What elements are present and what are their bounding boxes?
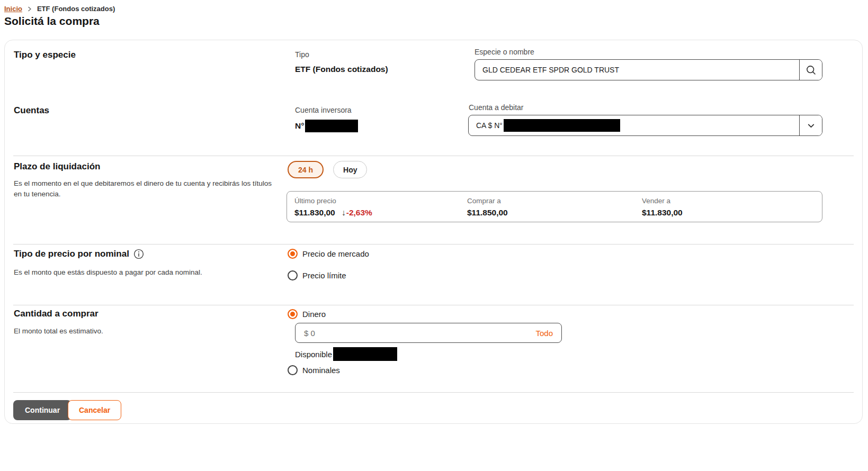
cancelar-button[interactable]: Cancelar xyxy=(68,400,121,420)
radio-selected-icon xyxy=(288,309,298,319)
section-heading-plazo: Plazo de liquidación xyxy=(14,161,100,172)
cuenta-inversora-prefix: N° xyxy=(295,121,304,131)
amount-input[interactable] xyxy=(303,328,531,338)
todo-link[interactable]: Todo xyxy=(535,329,553,338)
tipo-precio-heading-text: Tipo de precio por nominal xyxy=(14,249,129,259)
sell-price-column: Vender a $11.830,00 xyxy=(642,197,683,218)
price-change-percent: -2,63% xyxy=(346,208,372,218)
radio-unselected-icon xyxy=(288,270,298,280)
cuenta-debitar-label: Cuenta a debitar xyxy=(469,103,524,112)
especie-search-group xyxy=(475,59,822,80)
redacted-disponible-amount xyxy=(333,347,397,361)
disponible-label: Disponible xyxy=(295,350,332,359)
breadcrumb-current: ETF (Fondos cotizados) xyxy=(37,5,115,13)
last-price-amount: $11.830,00 xyxy=(294,208,335,218)
cuenta-inversora-label: Cuenta inversora xyxy=(295,106,352,114)
tipo-label: Tipo xyxy=(295,50,309,59)
radio-selected-icon xyxy=(288,249,298,259)
info-icon[interactable] xyxy=(133,249,144,259)
settlement-chip-24h[interactable]: 24 h xyxy=(288,161,324,178)
section-heading-cuentas: Cuentas xyxy=(14,105,49,116)
settlement-chip-hoy[interactable]: Hoy xyxy=(333,161,367,178)
section-divider xyxy=(13,156,854,156)
radio-dinero[interactable]: Dinero xyxy=(288,309,326,319)
plazo-description: Es el momento en el que debitaremos el d… xyxy=(14,178,281,200)
radio-precio-mercado-label: Precio de mercado xyxy=(302,249,369,258)
cuenta-debitar-dropdown-button[interactable] xyxy=(799,115,822,135)
sell-price-value: $11.830,00 xyxy=(642,208,683,218)
cuenta-debitar-select[interactable]: CA $ N° xyxy=(468,115,822,136)
section-heading-tipo-especie: Tipo y especie xyxy=(14,50,76,60)
radio-unselected-icon xyxy=(288,365,298,375)
breadcrumb-link-inicio[interactable]: Inicio xyxy=(4,5,22,13)
radio-precio-limite[interactable]: Precio límite xyxy=(288,270,346,280)
buy-price-column: Comprar a $11.850,00 xyxy=(467,197,508,218)
radio-nominales[interactable]: Nominales xyxy=(288,365,340,375)
last-price-column: Último precio $11.830,00 ↓ -2,63% xyxy=(294,197,372,218)
cuenta-inversora-value: N° xyxy=(295,120,358,132)
breadcrumb-chevron-icon xyxy=(26,6,33,12)
buy-price-label: Comprar a xyxy=(467,197,508,205)
section-divider xyxy=(13,244,854,244)
buy-price-value: $11.850,00 xyxy=(467,208,508,218)
cantidad-description: El monto total es estimativo. xyxy=(14,326,103,337)
search-button[interactable] xyxy=(799,60,822,80)
last-price-value: $11.830,00 ↓ -2,63% xyxy=(294,208,372,218)
tipo-precio-description: Es el monto que estás dispuesto a pagar … xyxy=(14,267,202,278)
cuenta-debitar-selected-value: CA $ N° xyxy=(469,115,799,135)
especie-search-input[interactable] xyxy=(475,60,799,80)
amount-input-group: Todo xyxy=(295,323,562,343)
sell-price-label: Vender a xyxy=(642,197,683,205)
section-divider xyxy=(13,305,854,305)
search-icon xyxy=(806,65,817,76)
especie-label: Especie o nombre xyxy=(475,48,534,56)
redacted-cuenta-debitar xyxy=(504,119,620,132)
arrow-down-icon: ↓ xyxy=(342,208,346,218)
disponible-row: Disponible xyxy=(295,347,397,361)
tipo-value: ETF (Fondos cotizados) xyxy=(295,65,388,74)
radio-dinero-label: Dinero xyxy=(302,310,326,319)
order-form-card: Tipo y especie Tipo ETF (Fondos cotizado… xyxy=(4,40,863,424)
price-quote-box: Último precio $11.830,00 ↓ -2,63% Compra… xyxy=(287,191,822,222)
chevron-down-icon xyxy=(807,121,816,130)
redacted-cuenta-inversora xyxy=(305,120,358,132)
footer-divider xyxy=(13,392,854,393)
radio-precio-mercado[interactable]: Precio de mercado xyxy=(288,249,369,259)
section-heading-tipo-precio: Tipo de precio por nominal xyxy=(14,249,144,259)
last-price-label: Último precio xyxy=(294,197,372,205)
radio-precio-limite-label: Precio límite xyxy=(302,271,346,280)
breadcrumb: Inicio ETF (Fondos cotizados) xyxy=(4,5,115,13)
cuenta-debitar-prefix: CA $ N° xyxy=(476,121,503,130)
settlement-chip-group: 24 h Hoy xyxy=(288,161,367,178)
continuar-button[interactable]: Continuar xyxy=(13,400,71,420)
buy-order-page: Inicio ETF (Fondos cotizados) Solicitá l… xyxy=(0,0,868,471)
page-title: Solicitá la compra xyxy=(4,15,100,28)
radio-nominales-label: Nominales xyxy=(302,366,340,375)
section-heading-cantidad: Cantidad a comprar xyxy=(14,309,99,319)
